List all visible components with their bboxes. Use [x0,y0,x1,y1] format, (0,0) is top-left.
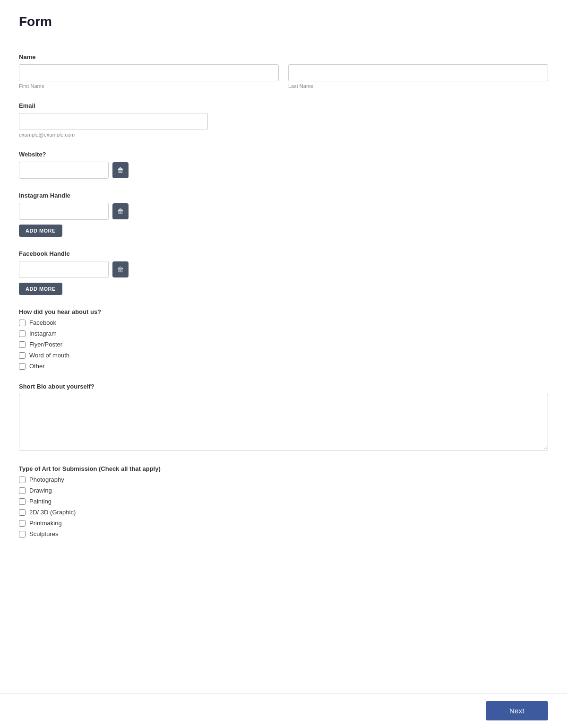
art-photography-checkbox[interactable] [19,477,26,483]
instagram-delete-button[interactable]: 🗑 [112,203,129,219]
art-type-section: Type of Art for Submission (Check all th… [19,465,548,537]
bio-textarea[interactable] [19,394,548,451]
how-heard-section: How did you hear about us? Facebook Inst… [19,308,548,370]
art-type-options: Photography Drawing Painting 2D/ 3D (Gra… [19,476,548,537]
website-delete-button[interactable]: 🗑 [112,162,129,178]
instagram-input[interactable] [19,203,109,220]
trash-icon: 🗑 [117,208,124,215]
art-2d3d[interactable]: 2D/ 3D (Graphic) [19,509,548,516]
art-painting-label: Painting [29,498,52,505]
art-printmaking[interactable]: Printmaking [19,520,548,527]
page-title: Form [19,14,548,29]
instagram-section: Instagram Handle 🗑 ADD MORE [19,192,548,237]
art-painting[interactable]: Painting [19,498,548,505]
art-drawing-label: Drawing [29,487,52,494]
how-heard-facebook[interactable]: Facebook [19,319,548,326]
name-section: Name First Name Last Name [19,53,548,89]
art-type-label: Type of Art for Submission (Check all th… [19,465,548,472]
facebook-input[interactable] [19,261,109,278]
art-sculptures-label: Sculptures [29,530,58,537]
divider [19,39,548,39]
how-heard-instagram[interactable]: Instagram [19,330,548,337]
bio-label: Short Bio about yourself? [19,383,548,390]
website-input[interactable] [19,162,109,179]
trash-icon: 🗑 [117,166,124,174]
how-heard-word-of-mouth[interactable]: Word of mouth [19,352,548,359]
instagram-label: Instagram Handle [19,192,548,199]
how-heard-facebook-label: Facebook [29,319,56,326]
facebook-delete-button[interactable]: 🗑 [112,261,129,277]
email-sublabel: example@example.com [19,132,208,138]
email-section: Email example@example.com [19,102,548,138]
first-name-sublabel: First Name [19,83,279,89]
facebook-add-more-button[interactable]: ADD MORE [19,283,62,295]
instagram-add-more-button[interactable]: ADD MORE [19,225,62,237]
instagram-input-row: 🗑 [19,203,548,220]
last-name-sublabel: Last Name [288,83,548,89]
first-name-field: First Name [19,64,279,89]
how-heard-instagram-checkbox[interactable] [19,330,26,337]
facebook-section: Facebook Handle 🗑 ADD MORE [19,250,548,295]
how-heard-other[interactable]: Other [19,363,548,370]
how-heard-word-label: Word of mouth [29,352,69,359]
how-heard-flyer-label: Flyer/Poster [29,341,62,348]
facebook-label: Facebook Handle [19,250,548,257]
how-heard-flyer-checkbox[interactable] [19,341,26,348]
name-row: First Name Last Name [19,64,548,89]
facebook-input-row: 🗑 [19,261,548,278]
website-label: Website? [19,151,548,158]
email-label: Email [19,102,548,109]
art-drawing-checkbox[interactable] [19,487,26,494]
email-field-wrapper: example@example.com [19,113,208,138]
email-input[interactable] [19,113,208,130]
trash-icon: 🗑 [117,266,124,273]
art-photography[interactable]: Photography [19,476,548,483]
art-2d3d-checkbox[interactable] [19,509,26,516]
first-name-input[interactable] [19,64,279,81]
how-heard-label: How did you hear about us? [19,308,548,315]
how-heard-word-checkbox[interactable] [19,352,26,359]
how-heard-options: Facebook Instagram Flyer/Poster Word of … [19,319,548,370]
how-heard-facebook-checkbox[interactable] [19,320,26,326]
how-heard-instagram-label: Instagram [29,330,57,337]
last-name-field: Last Name [288,64,548,89]
website-input-row: 🗑 [19,162,548,179]
art-sculptures-checkbox[interactable] [19,531,26,537]
name-label: Name [19,53,548,61]
bio-section: Short Bio about yourself? [19,383,548,452]
art-printmaking-checkbox[interactable] [19,520,26,527]
art-painting-checkbox[interactable] [19,498,26,505]
how-heard-other-label: Other [29,363,45,370]
art-printmaking-label: Printmaking [29,520,62,527]
art-sculptures[interactable]: Sculptures [19,530,548,537]
art-2d3d-label: 2D/ 3D (Graphic) [29,509,76,516]
last-name-input[interactable] [288,64,548,81]
how-heard-flyer[interactable]: Flyer/Poster [19,341,548,348]
art-drawing[interactable]: Drawing [19,487,548,494]
how-heard-other-checkbox[interactable] [19,363,26,370]
website-section: Website? 🗑 [19,151,548,179]
art-photography-label: Photography [29,476,64,483]
